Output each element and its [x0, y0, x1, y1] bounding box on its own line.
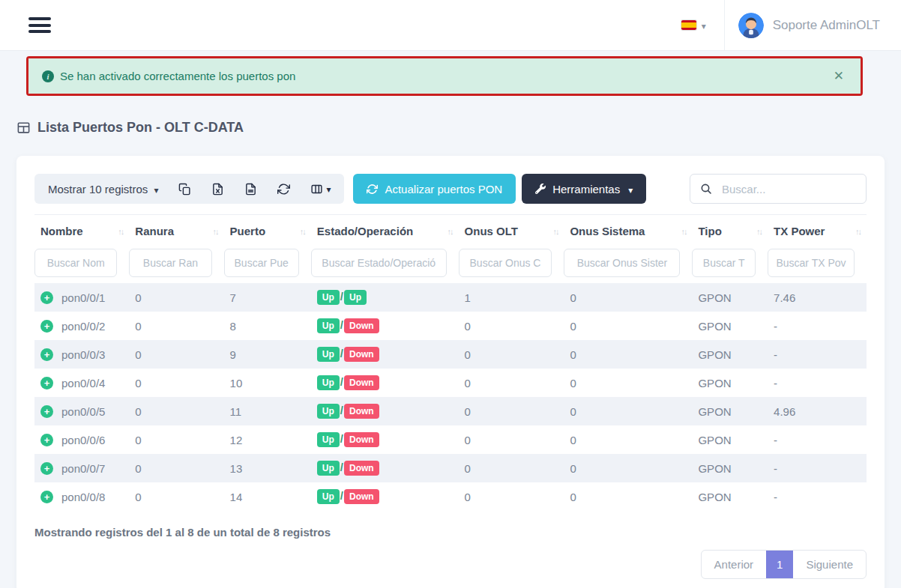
column-header-ranura[interactable]: Ranura: [129, 215, 223, 246]
cell-estado-operacion: UpUp: [311, 283, 459, 312]
estado-badge: Up: [317, 347, 340, 362]
cell-tx-power: 4.96: [768, 397, 867, 425]
estado-badge: Up: [317, 489, 340, 504]
sort-icon[interactable]: [681, 227, 686, 236]
operacion-badge: Down: [344, 432, 379, 447]
page-length-select[interactable]: Mostrar 10 registros: [48, 183, 158, 196]
filter-input-estado-operaci-n[interactable]: [311, 249, 447, 277]
export-file-icon[interactable]: [244, 183, 257, 196]
cell-estado-operacion: UpDown: [311, 397, 459, 425]
user-name: Soporte AdminOLT: [773, 18, 880, 33]
expand-row-icon[interactable]: [40, 348, 53, 361]
column-header-onus-sistema[interactable]: Onus Sistema: [564, 215, 692, 246]
expand-row-icon[interactable]: [40, 434, 53, 446]
hamburger-menu-icon[interactable]: [28, 14, 51, 37]
expand-row-icon[interactable]: [40, 320, 53, 333]
cell-tipo: GPON: [692, 454, 768, 482]
sort-icon[interactable]: [300, 227, 305, 236]
cell-onus-sistema: 0: [564, 482, 692, 511]
table-row: pon0/0/7013UpDown00GPON-: [34, 454, 867, 482]
filter-input-onus-sistema[interactable]: [564, 249, 680, 277]
sort-icon[interactable]: [118, 227, 123, 236]
page-title: Lista Puertos Pon - OLT C-DATA: [16, 120, 901, 136]
column-header-tipo[interactable]: Tipo: [692, 215, 768, 246]
estado-badge: Up: [317, 375, 340, 390]
estado-badge: Up: [317, 318, 340, 333]
estado-badge: Up: [317, 404, 340, 419]
cell-tx-power: -: [768, 425, 867, 454]
column-header-nombre[interactable]: Nombre: [34, 215, 129, 246]
search-input[interactable]: [720, 182, 856, 196]
sort-icon[interactable]: [213, 227, 218, 236]
filter-input-ranura[interactable]: [129, 249, 211, 277]
pagination-next-button[interactable]: Siguiente: [793, 551, 866, 578]
cell-tx-power: -: [768, 312, 867, 340]
cell-puerto: 10: [224, 369, 311, 397]
filter-input-tipo[interactable]: [692, 249, 756, 277]
filter-input-puerto[interactable]: [224, 249, 299, 277]
language-selector[interactable]: [663, 19, 724, 32]
estado-badge: Up: [317, 461, 340, 476]
cell-tipo: GPON: [692, 312, 768, 340]
pagination-page-1[interactable]: 1: [766, 551, 793, 578]
user-menu[interactable]: Soporte AdminOLT: [725, 13, 901, 38]
pagination-previous-button[interactable]: Anterior: [702, 551, 767, 578]
port-name: pon0/0/6: [61, 434, 105, 446]
cell-onus-sistema: 0: [564, 312, 692, 340]
cell-tx-power: -: [768, 340, 867, 369]
sort-icon[interactable]: [552, 227, 558, 236]
update-pon-ports-button[interactable]: Actualizar puertos PON: [353, 174, 516, 204]
export-excel-icon[interactable]: [211, 183, 224, 196]
cell-tipo: GPON: [692, 283, 768, 312]
operacion-badge: Down: [344, 318, 379, 333]
chevron-down-icon: [628, 183, 633, 196]
cell-tipo: GPON: [692, 425, 768, 454]
tools-dropdown-button[interactable]: Herramientas: [522, 174, 646, 204]
cell-onus-olt: 0: [459, 397, 564, 425]
spain-flag-icon: [681, 20, 696, 30]
refresh-icon[interactable]: [277, 183, 290, 196]
column-header-onus-olt[interactable]: Onus OLT: [459, 215, 564, 246]
cell-onus-sistema: 0: [564, 425, 692, 454]
column-visibility-button[interactable]: [310, 182, 331, 196]
column-label: Estado/Operación: [317, 225, 413, 237]
column-header-estado-operaci-n[interactable]: Estado/Operación: [311, 215, 459, 246]
expand-row-icon[interactable]: [40, 377, 53, 390]
expand-row-icon[interactable]: [40, 491, 53, 503]
cell-tipo: GPON: [692, 397, 768, 425]
column-label: Puerto: [230, 225, 266, 237]
cell-onus-sistema: 0: [564, 283, 692, 312]
column-header-puerto[interactable]: Puerto: [224, 215, 311, 246]
table-row: pon0/0/5011UpDown00GPON4.96: [34, 397, 867, 425]
cell-tipo: GPON: [692, 369, 768, 397]
expand-row-icon[interactable]: [40, 291, 53, 304]
filter-input-onus-olt[interactable]: [459, 249, 552, 277]
close-icon[interactable]: [831, 68, 847, 84]
cell-ranura: 0: [129, 283, 223, 312]
pagination: Anterior 1 Siguiente: [701, 550, 867, 579]
expand-row-icon[interactable]: [40, 405, 53, 418]
copy-icon[interactable]: [178, 183, 191, 196]
table-row: pon0/0/107UpUp10GPON7.46: [34, 283, 867, 312]
column-header-tx-power[interactable]: TX Power: [768, 215, 867, 246]
port-name: pon0/0/5: [61, 405, 105, 418]
cell-puerto: 14: [224, 482, 311, 511]
table-row: pon0/0/6012UpDown00GPON-: [34, 425, 867, 454]
sort-icon[interactable]: [448, 227, 453, 236]
cell-onus-olt: 0: [459, 340, 564, 369]
column-label: Ranura: [135, 225, 174, 237]
column-label: TX Power: [774, 225, 825, 237]
cell-tx-power: -: [768, 369, 867, 397]
cell-onus-sistema: 0: [564, 454, 692, 482]
port-name: pon0/0/1: [61, 291, 105, 304]
cell-puerto: 12: [224, 425, 311, 454]
sort-icon[interactable]: [756, 227, 762, 236]
cell-tx-power: -: [768, 482, 867, 511]
badge-separator: [340, 347, 343, 360]
sort-icon[interactable]: [855, 227, 861, 236]
expand-row-icon[interactable]: [40, 462, 53, 475]
filter-input-tx-power[interactable]: [768, 249, 855, 277]
cell-estado-operacion: UpDown: [311, 454, 459, 482]
search-icon: [700, 183, 712, 195]
filter-input-nombre[interactable]: [34, 249, 117, 277]
